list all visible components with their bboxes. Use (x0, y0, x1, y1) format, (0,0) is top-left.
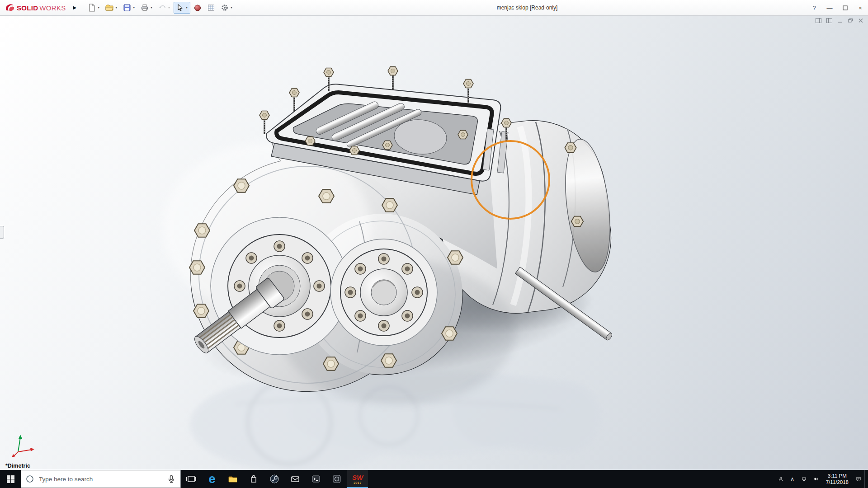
document-window-controls (816, 18, 863, 23)
appearance-button[interactable] (191, 2, 204, 14)
gear-icon (221, 4, 229, 12)
secondary-hub (330, 239, 437, 346)
clock-time: 3:11 PM (828, 473, 847, 479)
task-view-icon (186, 474, 197, 484)
new-document-button[interactable]: ▼ (85, 2, 102, 14)
open-button[interactable]: ▼ (103, 2, 120, 14)
start-button[interactable] (0, 470, 21, 488)
dropdown-caret: ▼ (132, 6, 135, 9)
maximize-icon (843, 5, 848, 10)
select-cursor-icon (176, 4, 184, 12)
undo-button[interactable]: ▼ (156, 2, 173, 14)
microphone-icon[interactable] (167, 475, 176, 483)
view-orientation-label: *Dimetric (5, 463, 30, 469)
windows-logo-icon (7, 475, 14, 483)
help-button[interactable]: ? (807, 0, 822, 15)
titlebar: SOLIDWORKS ▶ ▼ ▼ ▼ (0, 0, 868, 16)
dropdown-caret: ▼ (185, 6, 188, 9)
dropdown-caret: ▼ (115, 6, 118, 9)
solidworks-window: SOLIDWORKS ▶ ▼ ▼ ▼ (0, 0, 868, 488)
document-title: menjac sklop [Read-only] (497, 0, 558, 15)
store-button[interactable] (243, 470, 264, 488)
steam-button[interactable] (264, 470, 285, 488)
dropdown-caret: ▼ (97, 6, 100, 9)
print-button[interactable]: ▼ (138, 2, 155, 14)
action-center-button[interactable] (853, 470, 864, 488)
main-toolbar: ▼ ▼ ▼ ▼ (85, 2, 235, 14)
close-button[interactable]: × (853, 0, 868, 15)
task-view-button[interactable] (181, 470, 202, 488)
minimize-button[interactable]: — (822, 0, 837, 15)
panel-toggle-right-icon[interactable] (826, 18, 832, 23)
network-icon (801, 474, 807, 483)
steam-icon (269, 474, 280, 484)
person-icon (778, 474, 784, 483)
show-hidden-icons-button[interactable]: ∧ (787, 470, 798, 488)
solidworks-app-button[interactable]: SW 2017 (347, 470, 368, 488)
taskbar-search[interactable] (21, 470, 181, 488)
restore-doc-icon[interactable] (848, 18, 853, 23)
volume-button[interactable] (810, 470, 822, 488)
design-table-button[interactable] (205, 2, 217, 14)
menu-expand-arrow[interactable]: ▶ (71, 0, 80, 16)
table-icon (207, 4, 215, 12)
system-tray: ∧ 3:11 PM 7/11/2018 (775, 470, 868, 488)
save-button[interactable]: ▼ (121, 2, 137, 14)
generic-app-button[interactable] (326, 470, 347, 488)
maximize-button[interactable] (837, 0, 853, 15)
save-floppy-icon (123, 4, 131, 12)
options-button[interactable]: ▼ (218, 2, 235, 14)
search-input[interactable] (38, 475, 163, 483)
minimize-doc-icon[interactable] (837, 18, 843, 23)
edge-browser-button[interactable]: e (202, 470, 222, 488)
generic-app-icon (331, 474, 342, 484)
undo-arrow-icon (158, 4, 166, 12)
brand-solid: SOLID (17, 4, 38, 12)
clock-date: 7/11/2018 (826, 479, 849, 485)
graphics-viewport[interactable]: *Dimetric (0, 16, 868, 470)
taskbar-clock[interactable]: 3:11 PM 7/11/2018 (822, 470, 853, 488)
speaker-icon (813, 474, 819, 483)
window-controls: ? — × (807, 0, 868, 15)
close-doc-icon[interactable] (858, 18, 863, 23)
network-button[interactable] (798, 470, 810, 488)
new-document-icon (88, 4, 96, 12)
dropdown-caret: ▼ (150, 6, 153, 9)
windows-taskbar: e (0, 470, 868, 488)
print-icon (141, 4, 149, 12)
ds-logo-icon (5, 3, 15, 12)
action-center-icon (855, 474, 862, 483)
people-button[interactable] (775, 470, 787, 488)
mail-button[interactable] (285, 470, 306, 488)
select-tool-button[interactable]: ▼ (174, 2, 190, 14)
edge-icon: e (208, 473, 215, 485)
solidworks-app-icon: SW 2017 (352, 474, 363, 484)
dropdown-caret: ▼ (230, 6, 233, 9)
appearance-sphere-icon (193, 4, 202, 12)
cortana-icon (26, 475, 34, 483)
panel-toggle-left-icon[interactable] (816, 18, 821, 23)
orientation-triad[interactable] (11, 431, 35, 457)
solidworks-logo: SOLIDWORKS (0, 3, 69, 12)
file-explorer-button[interactable] (222, 470, 243, 488)
brand-works: WORKS (39, 4, 66, 12)
command-prompt-icon (311, 474, 321, 484)
command-prompt-button[interactable] (306, 470, 326, 488)
open-folder-icon (105, 4, 113, 12)
file-explorer-icon (227, 474, 238, 484)
store-bag-icon (248, 474, 259, 484)
show-desktop-strip[interactable] (864, 470, 868, 488)
feature-panel-collapsed-tab[interactable] (0, 226, 4, 239)
mail-envelope-icon (290, 474, 301, 484)
chevron-up-icon: ∧ (790, 476, 794, 482)
dropdown-caret: ▼ (168, 6, 170, 9)
gearbox-3d-model-canvas[interactable] (0, 16, 868, 470)
